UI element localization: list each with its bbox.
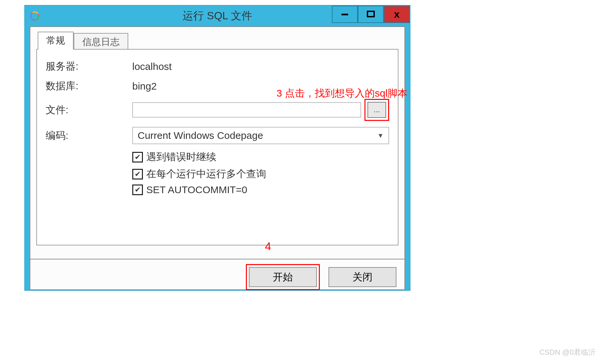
annotation-step4: 4: [265, 240, 271, 253]
maximize-icon: [366, 10, 375, 19]
minimize-button[interactable]: [332, 6, 358, 23]
annotation-frame-browse: ...: [364, 99, 389, 121]
maximize-button[interactable]: [358, 6, 384, 23]
value-database: bing2: [132, 81, 157, 92]
annotation-step3: 3 点击，找到想导入的sql脚本: [277, 87, 407, 100]
tab-strip: 常规 信息日志: [38, 32, 398, 50]
watermark: CSDN @0君临沂: [539, 347, 596, 357]
label-server: 服务器:: [46, 60, 132, 73]
close-icon: x: [394, 9, 400, 20]
start-button[interactable]: 开始: [249, 267, 317, 287]
row-file: 文件: ...: [46, 99, 389, 121]
label-database: 数据库:: [46, 79, 132, 93]
value-server: localhost: [132, 61, 172, 72]
client-area: 常规 信息日志 服务器: localhost 数据库: bing2 文件: ..…: [30, 26, 405, 259]
label-file: 文件:: [46, 103, 132, 117]
minimize-icon: [340, 10, 349, 19]
dialog-window: 运行 SQL 文件 x 常规 信息日志 服务器: localhost 数据库:: [24, 5, 410, 291]
file-path-input[interactable]: [132, 102, 361, 118]
close-button[interactable]: 关闭: [328, 267, 396, 287]
annotation-frame-start: 开始: [246, 264, 320, 290]
checkbox-icon: ✔: [132, 169, 143, 180]
titlebar[interactable]: 运行 SQL 文件 x: [25, 6, 410, 26]
check-label: SET AUTOCOMMIT=0: [146, 184, 247, 195]
tab-general[interactable]: 常规: [38, 32, 74, 50]
checkbox-icon: ✔: [132, 152, 143, 163]
browse-button[interactable]: ...: [367, 102, 386, 118]
svg-rect-5: [367, 11, 374, 17]
chevron-down-icon: ▼: [377, 132, 384, 140]
app-icon: [30, 11, 40, 21]
close-window-button[interactable]: x: [384, 6, 410, 23]
tab-panel-general: 服务器: localhost 数据库: bing2 文件: ... 编码: Cu…: [36, 49, 398, 245]
button-bar-area: 开始 关闭: [30, 259, 405, 290]
checkbox-icon: ✔: [132, 184, 143, 195]
tab-log[interactable]: 信息日志: [74, 33, 128, 51]
row-server: 服务器: localhost: [46, 60, 389, 73]
check-label: 在每个运行中运行多个查询: [146, 167, 266, 181]
check-autocommit[interactable]: ✔ SET AUTOCOMMIT=0: [132, 184, 389, 195]
check-multi-query[interactable]: ✔ 在每个运行中运行多个查询: [132, 167, 389, 181]
encoding-value: Current Windows Codepage: [138, 130, 263, 141]
label-encoding: 编码:: [46, 129, 132, 143]
row-encoding: 编码: Current Windows Codepage ▼: [46, 127, 389, 144]
window-buttons: x: [332, 6, 410, 22]
encoding-select[interactable]: Current Windows Codepage ▼: [132, 127, 389, 144]
check-label: 遇到错误时继续: [146, 150, 216, 164]
check-continue-on-error[interactable]: ✔ 遇到错误时继续: [132, 150, 389, 164]
svg-rect-4: [341, 14, 348, 15]
